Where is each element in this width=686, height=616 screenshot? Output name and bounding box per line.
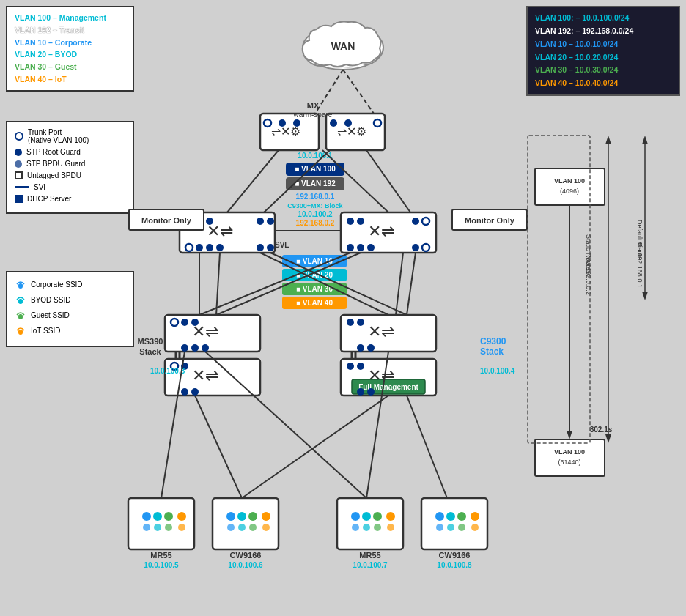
svg-point-148 [362,512,371,521]
stp-bpdu-icon [15,160,22,168]
svg-text:✕⇌: ✕⇌ [368,322,394,341]
svg-rect-171 [129,209,204,230]
svg-point-62 [357,244,364,251]
svg-marker-192 [642,292,648,300]
svg-rect-83 [165,315,260,352]
svg-point-8 [304,27,382,68]
svg-line-79 [407,253,416,315]
svg-text:WAN: WAN [331,40,355,52]
svg-point-120 [202,344,209,352]
svg-text:■ VLAN 40: ■ VLAN 40 [296,299,333,307]
svg-text:warm-spare: warm-spare [293,111,333,119]
svg-point-126 [367,388,375,396]
svg-text:10.0.100.7: 10.0.100.7 [353,561,388,569]
svg-point-44 [185,218,193,225]
stp-root-label: STP Root Guard [26,148,81,156]
svg-point-65 [422,244,429,251]
svg-text:(61440): (61440) [558,459,580,466]
svg-text:⇌✕⚙: ⇌✕⚙ [271,125,300,138]
svg-text:■ VLAN 20: ■ VLAN 20 [296,271,333,279]
dhcp-server-label: DHCP Server [27,195,71,203]
svg-text:10.0.100.5: 10.0.100.5 [144,561,179,569]
svg-text:Monitor Only: Monitor Only [141,216,192,225]
svg-point-99 [181,363,188,370]
svg-text:10.0.100.1: 10.0.100.1 [298,152,333,160]
svg-text:Stack: Stack [139,347,161,356]
svg-point-58 [216,244,224,251]
svg-text:VLAN 100: VLAN 100 [554,177,585,185]
svg-text:MX: MX [307,101,320,110]
svg-point-153 [374,524,381,531]
vlan10-label: VLAN 10 – Corporate [15,37,125,49]
svg-line-38 [227,150,279,212]
svg-point-56 [196,244,203,251]
svg-rect-194 [528,136,590,443]
svg-point-139 [226,512,235,521]
svg-line-81 [216,253,361,315]
svg-text:Static Routes: Static Routes [585,234,592,274]
vlan192-right: VLAN 192: – 192.168.0.0/24 [535,25,671,38]
svg-point-119 [191,344,199,352]
svg-point-103 [357,363,364,370]
svg-point-156 [446,512,455,521]
svg-text:(4096): (4096) [560,188,579,195]
guest-ssid-label: Guest SSID [31,311,70,319]
svg-point-11 [319,46,367,64]
svg-text:✕⇌: ✕⇌ [207,222,233,240]
vlan-legend-left: VLAN 100 – Management VLAN 192 – Transit… [6,6,134,92]
vlan40-right: VLAN 40 – 10.0.40.0/24 [535,77,671,90]
svg-rect-127 [128,498,194,549]
svg-rect-110 [352,379,425,394]
svg-point-132 [153,512,162,521]
svi-label: SVI [34,183,45,191]
svg-point-95 [171,319,178,326]
svg-point-137 [165,524,172,531]
svg-text:192.168.0.1: 192.168.0.1 [296,193,335,201]
svg-line-115 [407,396,447,498]
svg-line-14 [343,70,374,114]
svg-point-46 [206,218,213,225]
svg-rect-28 [286,163,344,176]
svg-point-142 [262,512,270,521]
svg-point-161 [458,524,465,531]
vlan40-label: VLAN 40 – IoT [15,73,125,86]
svg-point-7 [317,47,369,67]
iot-ssid-icon [15,324,26,336]
svg-point-23 [344,119,352,127]
svg-point-64 [412,244,419,251]
svg-rect-128 [213,498,279,549]
svg-point-5 [305,40,337,66]
svg-point-96 [181,319,188,326]
svg-point-133 [164,512,173,521]
svg-point-138 [178,524,185,531]
svg-point-146 [262,524,270,531]
svg-point-100 [347,319,354,326]
svg-point-158 [471,512,479,521]
svg-text:Monitor Only: Monitor Only [465,216,515,225]
svg-line-76 [216,253,220,315]
svg-rect-88 [341,359,436,396]
svg-text:MS390: MS390 [138,337,163,346]
svg-text:Via 192.168.0.1: Via 192.168.0.1 [636,242,643,288]
svg-point-157 [457,512,466,521]
svg-point-98 [171,363,178,370]
svg-point-22 [330,119,337,127]
byod-ssid-label: BYOD SSID [31,296,70,304]
svg-rect-71 [282,283,347,295]
svg-text:✕⇌: ✕⇌ [368,366,394,385]
svg-point-125 [357,388,364,396]
corporate-ssid-icon [15,278,26,290]
svg-rect-16 [326,114,385,150]
untagged-bpdu-label: Untagged BPDU [27,171,81,179]
svg-point-6 [350,41,380,64]
svg-line-116 [205,352,366,498]
svg-text:✕⇌: ✕⇌ [368,222,394,240]
svg-text:CW9166: CW9166 [230,551,262,560]
svg-text:10.0.100.6: 10.0.100.6 [228,561,263,569]
svg-point-141 [248,512,257,521]
svg-rect-15 [260,114,319,150]
svg-point-134 [177,512,186,521]
vlan100-right: VLAN 100: – 10.0.100.0/24 [535,12,671,25]
dhcp-server-icon [15,195,23,203]
svg-point-136 [154,524,161,531]
